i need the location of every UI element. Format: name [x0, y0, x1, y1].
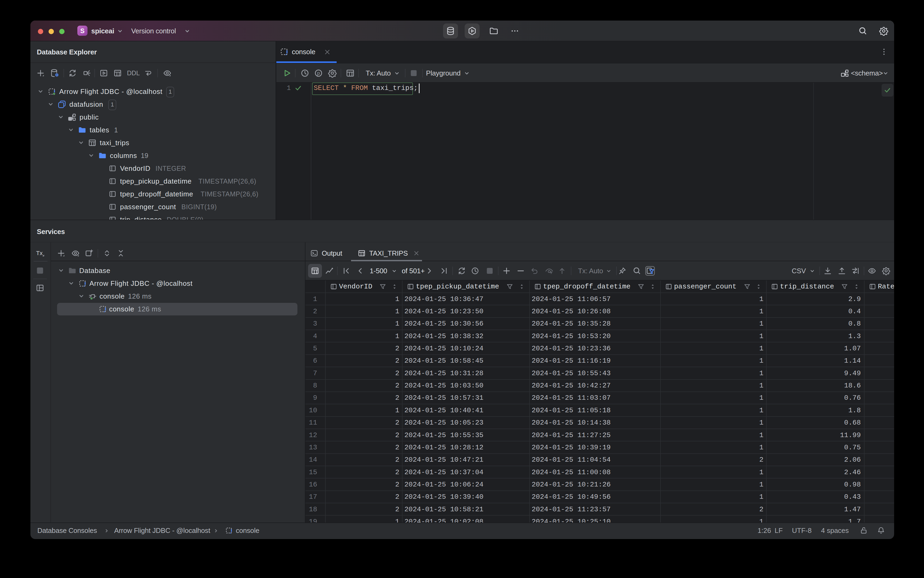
- svg-text:p: p: [317, 70, 320, 76]
- svg-text:Tx: Tx: [36, 250, 43, 257]
